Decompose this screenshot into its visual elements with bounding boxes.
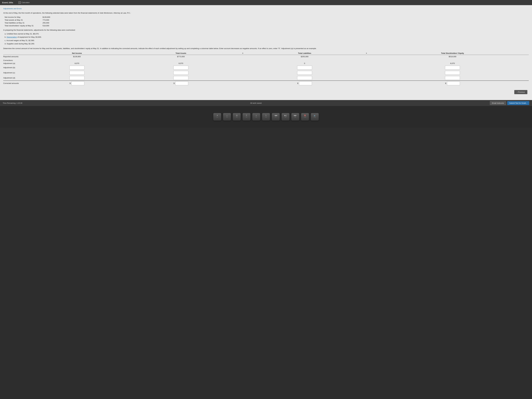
bottom-buttons: Email Instructor Submit Test for Gradi..… <box>490 101 529 105</box>
f8-icon: ▶|| <box>284 114 288 116</box>
top-bar: Exam1 200a Calculator <box>0 0 532 5</box>
adj-d-stockholders-equity-input[interactable] <box>445 76 460 80</box>
adj-d-total-liabilities-input[interactable] <box>297 76 312 80</box>
corrected-stockholders-equity-dollar: $ <box>445 82 446 84</box>
bottom-bar: Time Remaining: 1:15:30 All work saved. … <box>0 100 532 106</box>
corrected-stockholders-equity-cell: $ <box>376 81 529 86</box>
email-instructor-button[interactable]: Email Instructor <box>490 101 506 105</box>
f5-key[interactable]: ⠶ F5 <box>252 113 260 121</box>
adj-b-label: Adjustment (b) <box>3 65 25 70</box>
f2-icon: ☼ <box>225 114 229 116</box>
total-liabilities-value: 255,000 <box>43 22 49 24</box>
th-empty <box>3 52 25 55</box>
adj-c-stockholders-equity-input[interactable] <box>445 71 460 75</box>
stockholders-equity-label: Total stockholders' equity at May 31 <box>5 25 43 27</box>
breadcrumb: Adjustments and Errors <box>3 8 529 10</box>
corrected-net-income-cell: $ <box>25 81 129 86</box>
adj-c-stockholders-equity-cell <box>376 70 529 75</box>
calculator-label: Calculator <box>22 1 30 4</box>
adj-d-net-income-input[interactable] <box>70 76 84 80</box>
f7-label: F7 <box>274 116 278 118</box>
corrections-label: Corrections: <box>3 58 25 62</box>
submit-test-button[interactable]: Submit Test for Gradi... <box>507 101 529 105</box>
f7-icon: ◀◀ <box>274 114 278 116</box>
data-net-income: Net income for May $139,800 <box>3 16 529 18</box>
adj-a-total-assets: 8,070 <box>129 62 233 65</box>
adjustment-a-text: a. Unbilled fees earned at May 31, $8,07… <box>5 32 529 36</box>
adj-b-total-liabilities-input[interactable] <box>297 66 312 70</box>
net-income-value: $139,800 <box>43 16 50 18</box>
adj-d-total-assets-input[interactable] <box>173 76 188 80</box>
th-net-income: Net Income <box>25 52 129 55</box>
corrected-amounts-label: Corrected amounts <box>3 81 25 86</box>
adj-d-total-assets-cell <box>129 75 233 81</box>
depreciation-link[interactable]: Depreciation <box>7 36 17 38</box>
f8-key[interactable]: ▶|| F8 <box>281 113 290 121</box>
data-total-liabilities: Total liabilities at May 31 255,000 <box>3 22 529 24</box>
adjustment-a-row: Adjustment (a) 8,070 8,070 0 8,070 <box>3 62 529 65</box>
f10-key[interactable]: 🔇 F10 <box>301 113 309 121</box>
corrected-total-assets-dollar: $ <box>174 82 175 84</box>
adj-d-label: Adjustment (d) <box>3 75 25 81</box>
columnar-table: Net Income Total Assets = Total Liabilit… <box>3 52 529 86</box>
f1-key[interactable]: ✦ F1 <box>213 113 221 121</box>
data-total-assets: Total assets at May 31 773,000 <box>3 19 529 21</box>
adjustment-b-row: Adjustment (b) <box>3 65 529 70</box>
f7-key[interactable]: ◀◀ F7 <box>272 113 280 121</box>
f11-icon: 🔉 <box>313 114 317 116</box>
adj-a-net-income: 8,070 <box>25 62 129 65</box>
corrected-net-income-input[interactable] <box>71 82 84 85</box>
adj-c-total-assets-input[interactable] <box>173 71 188 75</box>
f2-key[interactable]: ☼ F2 <box>223 113 231 121</box>
corrected-total-assets-input[interactable] <box>175 82 188 85</box>
th-plus: + <box>356 52 376 55</box>
adj-c-label: Adjustment (c) <box>3 70 25 75</box>
adj-b-net-income-input[interactable] <box>70 66 84 70</box>
calculator-button[interactable]: Calculator <box>19 1 30 4</box>
adj-d-net-income-cell <box>25 75 129 81</box>
previous-button[interactable]: ‹ Previous <box>514 90 527 94</box>
f6-key[interactable]: ⠷ F6 <box>262 113 270 121</box>
adjustment-c-row: Adjustment (c) <box>3 70 529 75</box>
adj-b-stockholders-equity-input[interactable] <box>445 66 460 70</box>
adjustment-c-text: c. Accrued wages at May 31, $2,580. <box>5 39 529 42</box>
f9-key[interactable]: ▶▶ F9 <box>291 113 299 121</box>
th-total-assets: Total Assets <box>129 52 233 55</box>
corrected-total-liabilities-input[interactable] <box>299 82 312 85</box>
f3-key[interactable]: ⊟ F3 <box>233 113 241 121</box>
reported-stockholders-equity: $518,000 <box>376 55 529 58</box>
adj-c-total-liabilities-input[interactable] <box>297 71 312 75</box>
net-income-label: Net income for May <box>5 16 43 18</box>
th-equals: = <box>233 52 253 55</box>
instructions-text: In preparing the financial statements, a… <box>3 29 529 32</box>
adj-c-net-income-input[interactable] <box>70 71 84 75</box>
reported-label: Reported amounts: <box>3 55 25 58</box>
total-liabilities-label: Total liabilities at May 31 <box>5 22 43 24</box>
f4-key[interactable]: ⠿ F4 <box>242 113 251 121</box>
adj-b-net-income-cell <box>25 65 129 70</box>
f10-icon: 🔇 <box>303 114 307 116</box>
adjustment-d-row: Adjustment (d) <box>3 75 529 81</box>
f8-label: F8 <box>284 116 288 118</box>
corrected-net-income-dollar: $ <box>70 82 71 84</box>
f11-key[interactable]: 🔉 F11 <box>311 113 319 121</box>
adj-b-total-assets-input[interactable] <box>173 66 188 70</box>
corrected-stockholders-equity-input[interactable] <box>447 82 460 85</box>
corrected-total-liabilities-dollar: $ <box>297 82 298 84</box>
corrected-amounts-row: Corrected amounts $ $ $ $ <box>3 81 529 86</box>
function-keys-row: ✦ F1 ☼ F2 ⊟ F3 ⠿ F4 ⠶ F5 ⠷ F6 ◀◀ F7 ▶|| <box>213 113 319 121</box>
chevron-left-icon: ‹ <box>517 91 517 93</box>
problem-intro: At the end of May, the first month of op… <box>3 12 529 14</box>
total-assets-value: 773,000 <box>43 19 49 21</box>
adj-c-total-assets-cell <box>129 70 233 75</box>
previous-btn-container: ‹ Previous <box>3 90 529 94</box>
previous-button-label: Previous <box>518 91 525 93</box>
f3-label: F3 <box>235 116 239 118</box>
reported-row: Reported amounts: $139,800 $773,000 $255… <box>3 55 529 58</box>
calculator-icon <box>19 1 21 4</box>
adjustment-d-text: d. Supplies used during May, $2,260. <box>5 42 529 45</box>
reported-net-income: $139,800 <box>25 55 129 58</box>
breadcrumb-link[interactable]: Adjustments and Errors <box>3 8 22 10</box>
exam-title: Exam1 200a <box>2 1 13 4</box>
time-remaining: Time Remaining: 1:15:30 <box>3 102 22 104</box>
